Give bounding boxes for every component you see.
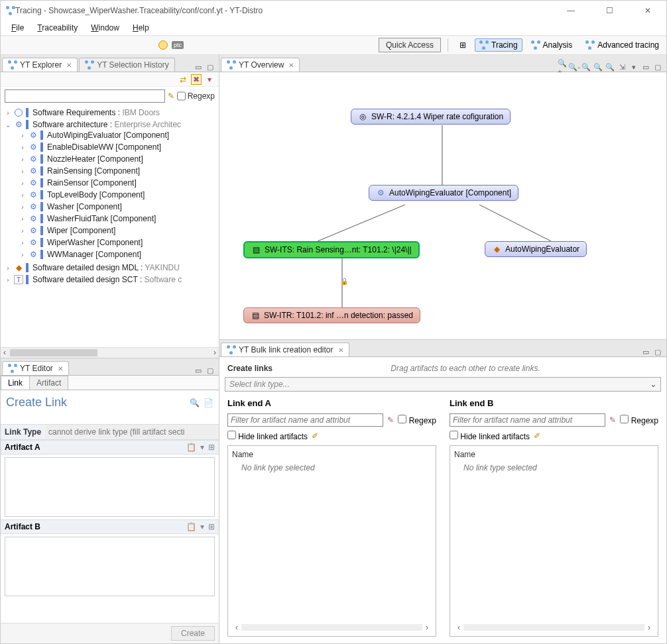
highlight-icon[interactable]: ✐ <box>312 431 318 441</box>
maximize-button[interactable]: ☐ <box>596 3 623 19</box>
tree-root-mdl[interactable]: ›◆Software detailed design MDL : YAKINDU <box>1 263 219 272</box>
toolbar-icon-1[interactable] <box>158 40 168 50</box>
close-icon[interactable]: ✕ <box>58 365 63 372</box>
artifact-b-dropzone[interactable] <box>5 537 215 596</box>
tree-item-component[interactable]: ›⚙WiperWasher [Component] <box>1 238 219 247</box>
regexp-b-checkbox[interactable]: Regexp <box>620 415 658 425</box>
node-autowiping-component[interactable]: ⚙AutoWipingEvaluator [Component] <box>369 185 518 201</box>
minimize-view-icon[interactable]: ▭ <box>641 347 650 356</box>
close-icon[interactable]: ✕ <box>288 62 294 69</box>
ptc-badge[interactable]: ptc <box>172 41 184 49</box>
highlight-icon[interactable]: ✐ <box>534 431 540 441</box>
explorer-tree[interactable]: ›Software Requirements : IBM Doors ⌄⚙Sof… <box>1 105 219 347</box>
tab-yt-selection-history[interactable]: YT Selection History <box>79 58 175 72</box>
tab-yt-editor[interactable]: YT Editor✕ <box>2 361 69 375</box>
menu-file[interactable]: File <box>6 22 29 34</box>
close-icon[interactable]: ✕ <box>338 347 343 354</box>
menu-window[interactable]: Window <box>86 22 125 34</box>
tree-item-component[interactable]: ›⚙Wiper [Component] <box>1 226 219 235</box>
filter-b-input[interactable] <box>450 413 605 427</box>
link-sync-icon[interactable]: ⇄ <box>178 74 188 85</box>
name-column-header: Name <box>232 450 432 459</box>
subtab-artifact[interactable]: Artifact <box>29 376 68 390</box>
node-sw-its[interactable]: ▤SW-ITS: Rain Sensing…nt: T101.2: \|24\|… <box>243 241 420 258</box>
menu-help[interactable]: Help <box>127 22 154 34</box>
zoom-sel-icon[interactable]: 🔍 <box>605 62 615 72</box>
maximize-view-icon[interactable]: ▢ <box>653 62 662 72</box>
close-icon[interactable]: ✕ <box>66 62 72 69</box>
minimize-button[interactable]: — <box>558 3 584 19</box>
regexp-a-checkbox[interactable]: Regexp <box>398 415 436 425</box>
zoom-fit-icon[interactable]: 🔍 <box>581 62 591 72</box>
view-menu-icon[interactable]: ▾ <box>204 74 215 85</box>
zoom-in-icon[interactable]: 🔍+ <box>558 62 567 72</box>
regexp-checkbox[interactable]: Regexp <box>177 89 215 103</box>
copy-icon[interactable]: 📄 <box>204 398 213 407</box>
minimize-view-icon[interactable]: ▭ <box>194 366 203 375</box>
tree-item-component[interactable]: ›⚙NozzleHeater [Component] <box>1 154 219 164</box>
overview-canvas[interactable]: ◎SW-R: 4.2.1.4 Wiper rate cofiguration ⚙… <box>219 72 666 339</box>
clear-icon[interactable]: ✎ <box>387 415 394 425</box>
tree-item-component[interactable]: ›⚙Washer [Component] <box>1 202 219 211</box>
tab-yt-bulk[interactable]: YT Bulk link creation editor✕ <box>221 343 349 356</box>
layout-icon[interactable]: ⇲ <box>617 62 627 72</box>
tree-root-sw-req[interactable]: ›Software Requirements : IBM Doors <box>1 108 219 117</box>
dropdown-icon[interactable]: ▾ <box>200 443 204 452</box>
filter-a-input[interactable] <box>227 413 383 427</box>
grid-icon[interactable]: ⊞ <box>208 522 215 531</box>
link-end-a-list[interactable]: Name No link type selected ‹› <box>227 445 436 637</box>
perspective-analysis[interactable]: Analysis <box>526 38 577 52</box>
tree-item-component[interactable]: ›⚙TopLevelBody [Component] <box>1 190 219 199</box>
tab-yt-overview[interactable]: YT Overview✕ <box>221 58 300 72</box>
search-icon[interactable]: 🔍 <box>190 398 200 407</box>
link-type-select[interactable]: Select link type...⌄ <box>225 377 661 392</box>
view-menu-icon[interactable]: ▾ <box>629 62 638 72</box>
hide-linked-a-checkbox[interactable]: Hide linked artifacts <box>227 431 308 441</box>
explorer-filter-input[interactable] <box>5 89 165 103</box>
maximize-view-icon[interactable]: ▢ <box>206 366 215 375</box>
tree-item-component[interactable]: ›⚙WasherFluidTank [Component] <box>1 214 219 223</box>
clear-icon[interactable]: ✎ <box>609 415 616 425</box>
tree-root-sw-arch[interactable]: ⌄⚙Software architecture : Enterprise Arc… <box>1 120 219 129</box>
tree-item-component[interactable]: ›⚙RainSensor [Component] <box>1 178 219 188</box>
create-button[interactable]: Create <box>171 626 215 641</box>
explorer-hscroll[interactable]: ‹› <box>1 347 219 358</box>
create-link-heading: Create Link <box>6 396 186 409</box>
quick-access[interactable]: Quick Access <box>379 38 441 52</box>
linktype-label: Link Type <box>1 425 46 439</box>
node-sw-itr[interactable]: ▤SW-ITR: T101.2: inf …n detection: passe… <box>243 307 420 323</box>
perspective-advanced[interactable]: Advanced tracing <box>581 38 664 52</box>
node-autowiping-eval[interactable]: ◆AutoWipingEvaluator <box>485 241 587 257</box>
svg-line-1 <box>318 205 405 241</box>
no-type-msg: No link type selected <box>454 463 654 472</box>
maximize-view-icon[interactable]: ▢ <box>206 62 215 72</box>
tree-item-component[interactable]: ›⚙RainSensing [Component] <box>1 166 219 176</box>
paste-icon[interactable]: 📋 <box>186 443 196 452</box>
minimize-view-icon[interactable]: ▭ <box>194 62 203 72</box>
tab-yt-explorer[interactable]: YT Explorer✕ <box>2 58 78 72</box>
clear-filter-icon[interactable]: ✎ <box>168 91 174 101</box>
open-perspective-button[interactable]: ⊞ <box>455 38 471 52</box>
maximize-view-icon[interactable]: ▢ <box>653 347 662 356</box>
artifact-a-dropzone[interactable] <box>5 457 215 517</box>
filter-toggle-icon[interactable]: ✖ <box>191 74 202 85</box>
titlebar: Tracing - Showcase_WiperWasher.Traceabil… <box>1 1 666 21</box>
perspective-tracing[interactable]: Tracing <box>475 38 522 52</box>
hide-linked-b-checkbox[interactable]: Hide linked artifacts <box>450 431 530 441</box>
tree-item-component[interactable]: ›⚙WWManager [Component] <box>1 250 219 259</box>
node-sw-r[interactable]: ◎SW-R: 4.2.1.4 Wiper rate cofiguration <box>351 109 511 125</box>
zoom-reset-icon[interactable]: 🔍 <box>593 62 603 72</box>
tree-root-sct[interactable]: ›TSoftware detailed design SCT : Softwar… <box>1 275 219 284</box>
window-title: Tracing - Showcase_WiperWasher.Traceabil… <box>15 6 558 15</box>
paste-icon[interactable]: 📋 <box>186 522 196 531</box>
dropdown-icon[interactable]: ▾ <box>200 522 204 531</box>
link-end-b-list[interactable]: Name No link type selected ‹› <box>450 445 658 637</box>
minimize-view-icon[interactable]: ▭ <box>641 62 650 72</box>
subtab-link[interactable]: Link <box>1 376 30 390</box>
menu-traceability[interactable]: Traceability <box>32 22 83 34</box>
close-button[interactable]: ✕ <box>635 3 661 19</box>
zoom-out-icon[interactable]: 🔍- <box>570 62 579 72</box>
tree-item-component[interactable]: ›⚙AutoWipingEvaluator [Component] <box>1 131 219 140</box>
tree-item-component[interactable]: ›⚙EnableDisableWW [Component] <box>1 142 219 152</box>
grid-icon[interactable]: ⊞ <box>208 443 215 452</box>
